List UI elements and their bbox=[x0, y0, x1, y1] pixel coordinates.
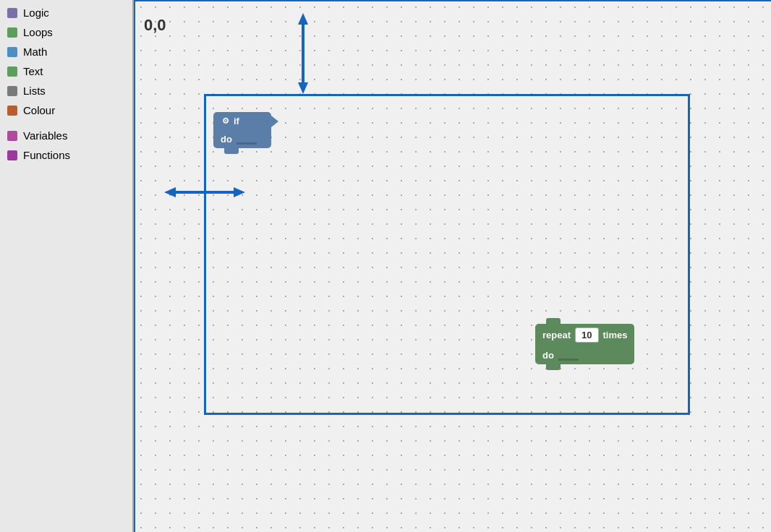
repeat-block-top: repeat 10 times bbox=[535, 324, 634, 346]
sidebar-item-loops[interactable]: Loops bbox=[0, 22, 132, 42]
if-block-top: ⚙ if bbox=[213, 112, 271, 130]
repeat-block[interactable]: repeat 10 times do bbox=[535, 324, 634, 364]
svg-marker-2 bbox=[298, 82, 308, 94]
repeat-number[interactable]: 10 bbox=[575, 327, 598, 343]
text-color bbox=[7, 66, 17, 77]
do-label: do bbox=[221, 134, 232, 145]
sidebar-label-logic: Logic bbox=[23, 7, 49, 19]
repeat-block-do: do bbox=[535, 346, 634, 364]
sidebar-label-lists: Lists bbox=[23, 85, 46, 97]
if-label: if bbox=[234, 116, 239, 126]
sidebar-item-colour[interactable]: Colour bbox=[0, 100, 132, 120]
sidebar-label-loops: Loops bbox=[23, 26, 53, 38]
math-color bbox=[7, 47, 17, 57]
logic-color bbox=[7, 8, 17, 18]
gear-icon: ⚙ bbox=[222, 116, 229, 126]
sidebar-label-functions: Functions bbox=[23, 149, 70, 161]
svg-marker-3 bbox=[164, 187, 176, 197]
crosshair-horizontal bbox=[134, 0, 771, 1]
sidebar: Logic Loops Math Text Lists Colour Varia… bbox=[0, 0, 134, 532]
colour-color bbox=[7, 106, 17, 116]
svg-rect-1 bbox=[302, 23, 304, 84]
sidebar-item-variables[interactable]: Variables bbox=[0, 126, 132, 145]
coord-label: 0,0 bbox=[144, 16, 166, 35]
selection-rectangle bbox=[204, 94, 690, 415]
sidebar-item-text[interactable]: Text bbox=[0, 61, 132, 81]
loops-color bbox=[7, 27, 17, 38]
times-label: times bbox=[603, 330, 628, 340]
sidebar-item-functions[interactable]: Functions bbox=[0, 145, 132, 165]
functions-color bbox=[7, 150, 17, 160]
repeat-do-label: do bbox=[542, 350, 554, 361]
sidebar-item-math[interactable]: Math bbox=[0, 42, 132, 61]
variables-color bbox=[7, 131, 17, 141]
if-block[interactable]: ⚙ if do bbox=[213, 112, 271, 148]
sidebar-item-lists[interactable]: Lists bbox=[0, 81, 132, 100]
lists-color bbox=[7, 86, 17, 96]
repeat-label: repeat bbox=[542, 330, 571, 340]
sidebar-item-logic[interactable]: Logic bbox=[0, 3, 132, 22]
svg-marker-0 bbox=[298, 13, 308, 25]
crosshair-vertical bbox=[134, 0, 135, 532]
sidebar-divider bbox=[0, 120, 132, 126]
vertical-arrow bbox=[294, 10, 312, 97]
sidebar-label-math: Math bbox=[23, 46, 47, 58]
sidebar-label-variables: Variables bbox=[23, 129, 67, 142]
sidebar-label-colour: Colour bbox=[23, 104, 55, 116]
sidebar-label-text: Text bbox=[23, 65, 43, 77]
if-block-do: do bbox=[213, 130, 271, 148]
workspace[interactable]: 0,0 ⚙ if do repeat 10 times bbox=[134, 0, 771, 532]
